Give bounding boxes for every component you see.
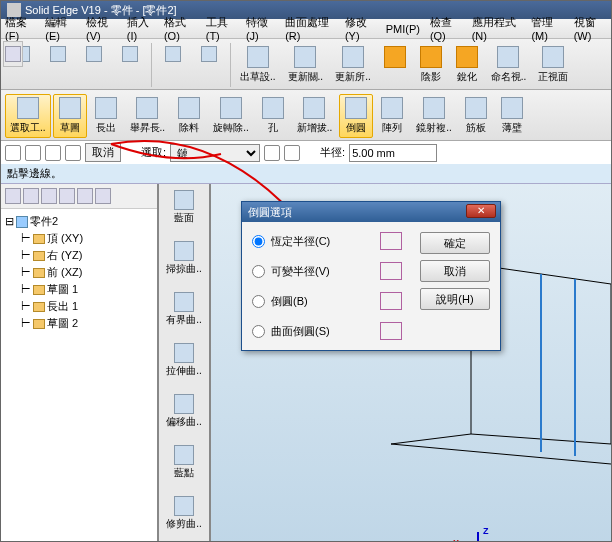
feature-button[interactable]: 選取工.. — [5, 94, 51, 138]
menu-item[interactable]: 檔案(F) — [5, 15, 35, 42]
feature-button[interactable]: 草圖 — [53, 94, 87, 138]
radius-input[interactable] — [349, 144, 437, 162]
feature-button[interactable]: 筋板 — [459, 94, 493, 138]
round-option-radio[interactable] — [252, 235, 265, 248]
surface-cmd[interactable]: 偏移曲.. — [159, 392, 209, 431]
open-icon[interactable] — [41, 43, 75, 67]
ribbon-button[interactable]: 更新所.. — [330, 43, 376, 87]
save-icon[interactable] — [77, 43, 111, 67]
surface-cmd[interactable]: 藍點 — [159, 443, 209, 482]
feature-button[interactable]: 薄壁 — [495, 94, 529, 138]
redo-icon[interactable] — [192, 43, 226, 67]
surface-cmd[interactable]: 藍面 — [159, 188, 209, 227]
dialog-title: 倒圓選項 — [248, 205, 292, 220]
feature-tree-pane: ⊟零件2⊢頂 (XY)⊢右 (YZ)⊢前 (XZ)⊢草圖 1⊢長出 1⊢草圖 2 — [1, 184, 159, 542]
tree-collapse-icon[interactable] — [77, 188, 93, 204]
ribbon-button[interactable]: 正視面 — [533, 43, 573, 87]
menu-item[interactable]: 編輯(E) — [45, 15, 76, 42]
deselect-icon[interactable] — [264, 145, 280, 161]
menu-item[interactable]: 檢查(Q) — [430, 15, 462, 42]
round-option[interactable]: 可變半徑(V) — [252, 262, 402, 280]
tree-sort-icon[interactable] — [41, 188, 57, 204]
feature-button[interactable]: 孔 — [256, 94, 290, 138]
undo-icon[interactable] — [156, 43, 190, 67]
feature-button[interactable]: 除料 — [172, 94, 206, 138]
round-options-dialog: 倒圓選項 ✕ 恆定半徑(C)可變半徑(V)倒圓(B)曲面倒圓(S) 確定 取消 … — [241, 201, 501, 351]
ribbon-button[interactable]: 銳化 — [450, 43, 484, 87]
feature-button[interactable]: 倒圓 — [339, 94, 373, 138]
menu-item[interactable]: 格式(O) — [164, 15, 196, 42]
step-2-icon[interactable] — [25, 145, 41, 161]
tree-item[interactable]: 頂 (XY) — [47, 231, 83, 246]
round-option-label: 恆定半徑(C) — [271, 234, 330, 249]
round-preview-icon — [380, 232, 402, 250]
round-option-label: 曲面倒圓(S) — [271, 324, 330, 339]
tree-item[interactable]: 長出 1 — [47, 299, 78, 314]
context-bar: 取消 選取: 鏈 半徑: — [1, 141, 611, 164]
tree-filter-icon[interactable] — [23, 188, 39, 204]
feature-button[interactable]: 長出 — [89, 94, 123, 138]
round-option-radio[interactable] — [252, 325, 265, 338]
tree-item[interactable]: 草圖 2 — [47, 316, 78, 331]
round-option-label: 倒圓(B) — [271, 294, 308, 309]
feature-button[interactable]: 鏡射複.. — [411, 94, 457, 138]
feature-button[interactable]: 新增拔.. — [292, 94, 338, 138]
surface-cmd[interactable]: 拉伸曲.. — [159, 341, 209, 380]
select-label: 選取: — [141, 145, 166, 160]
feature-button[interactable]: 陣列 — [375, 94, 409, 138]
round-option-radio[interactable] — [252, 265, 265, 278]
menu-item[interactable]: 曲面處理(R) — [285, 15, 335, 42]
feature-button[interactable]: 舉昇長.. — [125, 94, 171, 138]
menu-item[interactable]: 檢視(V) — [86, 15, 117, 42]
round-option-label: 可變半徑(V) — [271, 264, 330, 279]
menu-item[interactable]: 特徵(J) — [246, 15, 275, 42]
help-button[interactable]: 說明(H) — [420, 288, 490, 310]
round-option-radio[interactable] — [252, 295, 265, 308]
menu-item[interactable]: 應用程式(N) — [472, 15, 522, 42]
feature-button[interactable]: 旋轉除.. — [208, 94, 254, 138]
surface-cmd[interactable]: 掃掠曲.. — [159, 239, 209, 278]
accept-icon[interactable] — [284, 145, 300, 161]
step-4-icon[interactable] — [65, 145, 81, 161]
print-icon[interactable] — [113, 43, 147, 67]
tree-root[interactable]: 零件2 — [30, 214, 58, 229]
ribbon-button[interactable] — [378, 43, 412, 73]
menu-item[interactable]: 管理(M) — [531, 15, 563, 42]
tree-item[interactable]: 前 (XZ) — [47, 265, 82, 280]
menu-item[interactable]: 修改(Y) — [345, 15, 376, 42]
tree-view-icon[interactable] — [5, 188, 21, 204]
round-option[interactable]: 曲面倒圓(S) — [252, 322, 402, 340]
tree-item[interactable]: 草圖 1 — [47, 282, 78, 297]
ribbon-button[interactable]: 命名視.. — [486, 43, 532, 87]
round-preview-icon — [380, 262, 402, 280]
round-option[interactable]: 恆定半徑(C) — [252, 232, 402, 250]
select-mode[interactable]: 鏈 — [170, 144, 260, 162]
round-preview-icon — [380, 322, 402, 340]
left-side-toolbar — [3, 41, 23, 67]
ok-button[interactable]: 確定 — [420, 232, 490, 254]
round-option[interactable]: 倒圓(B) — [252, 292, 402, 310]
tree-refresh-icon[interactable] — [95, 188, 111, 204]
view-triad: X Z Y — [453, 524, 503, 542]
step-3-icon[interactable] — [45, 145, 61, 161]
prompt-bar: 點擊邊線。 — [1, 164, 611, 184]
surface-cmd[interactable]: 修剪曲.. — [159, 494, 209, 533]
surfacing-toolbar: 藍面掃掠曲..有界曲..拉伸曲..偏移曲..藍點修剪曲..分型分..縫合曲..替… — [159, 184, 211, 542]
round-preview-icon — [380, 292, 402, 310]
cancel-button[interactable]: 取消 — [85, 143, 121, 162]
ribbon-button[interactable]: 陰影 — [414, 43, 448, 87]
menu-item[interactable]: 插入(I) — [127, 15, 154, 42]
menu-item[interactable]: PMI(P) — [386, 23, 420, 35]
step-1-icon[interactable] — [5, 145, 21, 161]
dialog-close-button[interactable]: ✕ — [466, 204, 496, 218]
ribbon-button[interactable]: 更新關.. — [283, 43, 329, 87]
ribbon-button[interactable]: 出草設.. — [235, 43, 281, 87]
menu-item[interactable]: 視窗(W) — [574, 15, 607, 42]
tree-item[interactable]: 右 (YZ) — [47, 248, 82, 263]
tree-expand-icon[interactable] — [59, 188, 75, 204]
cancel-dialog-button[interactable]: 取消 — [420, 260, 490, 282]
menu-bar: 檔案(F)編輯(E)檢視(V)插入(I)格式(O)工具(T)特徵(J)曲面處理(… — [1, 19, 611, 39]
surface-cmd[interactable]: 有界曲.. — [159, 290, 209, 329]
edgebar-icon[interactable] — [5, 46, 21, 62]
menu-item[interactable]: 工具(T) — [206, 15, 236, 42]
